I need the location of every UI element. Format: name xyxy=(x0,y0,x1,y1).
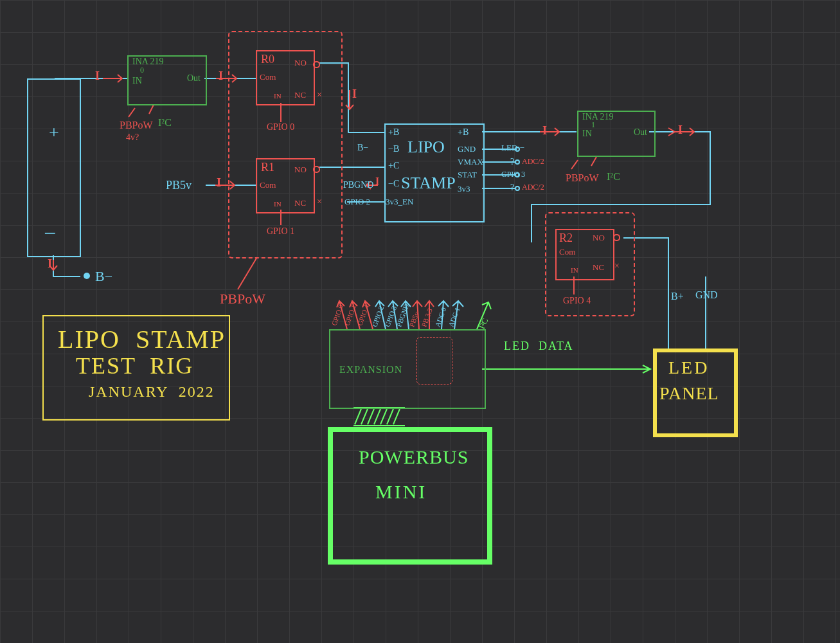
led-gnd: GND xyxy=(695,289,718,301)
lipo-r-q2: ? xyxy=(510,183,514,193)
ina1-name: INA 219 xyxy=(582,112,614,122)
r1-gpio: GPIO 1 xyxy=(267,226,294,237)
battery-b-minus: B− xyxy=(95,268,112,285)
i-label-3: I xyxy=(352,87,357,101)
r2-in: IN xyxy=(571,266,578,274)
r0-gpio: GPIO 0 xyxy=(267,122,294,132)
i-label-8: I xyxy=(678,123,683,137)
pb5v-label: PB5v xyxy=(166,179,192,192)
expansion-label: EXPANSION xyxy=(339,364,402,376)
lipo-mC: −C xyxy=(388,179,399,189)
lipo-name2: STAMP xyxy=(401,174,456,193)
pbgnd-label: PBGND xyxy=(343,180,373,190)
title-date: JANUARY 2022 xyxy=(89,383,215,401)
r2-no: NO xyxy=(593,233,605,243)
i-label-5: I xyxy=(375,176,379,187)
lipo-gpio2-out: GPIO 2 xyxy=(344,197,370,207)
led-name2: PANEL xyxy=(659,383,719,404)
r0-no: NO xyxy=(294,58,307,68)
i-label-7: I xyxy=(542,124,547,138)
ina0-pbpow: PBPoW xyxy=(120,120,153,131)
r2-gpio: GPIO 4 xyxy=(563,296,591,306)
b-minus-node xyxy=(84,273,90,279)
r0-x: × xyxy=(317,90,322,100)
r2-name: R2 xyxy=(559,231,573,245)
ina0-addr: 0 xyxy=(140,66,144,75)
led-name1: LED xyxy=(668,358,709,378)
ina1-i2c: I²C xyxy=(607,171,620,183)
r0-name: R0 xyxy=(261,53,274,66)
r1-nc: NC xyxy=(294,198,306,208)
ina1-pbpow: PBPoW xyxy=(566,172,599,184)
lipo-mB: −B xyxy=(388,144,399,154)
ina0-in: IN xyxy=(132,76,142,86)
r1-x: × xyxy=(317,197,322,207)
led-data: LED DATA xyxy=(504,340,574,353)
ina0-name: INA 219 xyxy=(132,57,164,67)
r2-com: Com xyxy=(559,247,575,257)
lipo-r-3v3: 3v3 xyxy=(458,184,470,194)
lipo-r-gpio3: GPIO 3 xyxy=(501,170,525,179)
r0-in: IN xyxy=(274,92,281,100)
lipo-pB: +B xyxy=(388,127,399,138)
r0-nc: NC xyxy=(294,90,306,100)
lipo-r-stat: STAT xyxy=(458,170,477,180)
title-line2: TEST RIG xyxy=(76,352,193,379)
title-line1: LIPO STAMP xyxy=(58,324,226,354)
i-label-1: I xyxy=(95,69,100,83)
lipo-en: 3v3_EN xyxy=(386,197,413,207)
lipo-bm-out: B− xyxy=(357,143,368,153)
i-label-4: I xyxy=(217,176,221,190)
lipo-r-gnd: GND xyxy=(458,144,476,154)
r0-com: Com xyxy=(260,72,276,82)
powerbus-name1: POWERBUS xyxy=(359,446,469,468)
lipo-r-led: LED − xyxy=(501,143,524,153)
r0-no-term xyxy=(313,61,320,68)
r1-in: IN xyxy=(274,200,281,208)
ina0-out: Out xyxy=(187,73,201,84)
ina1-in: IN xyxy=(582,129,592,139)
led-bplus: B+ xyxy=(671,291,684,302)
r2-no-term xyxy=(613,234,620,241)
i-label-6: I xyxy=(48,257,52,271)
r1-no-term xyxy=(313,166,320,173)
r1-name: R1 xyxy=(261,161,274,174)
lipo-r-vmax: VMAX xyxy=(458,157,483,167)
lipo-name1: LIPO xyxy=(407,138,445,157)
powerbus-name2: MINI xyxy=(375,481,427,503)
battery-plus: + xyxy=(49,122,59,143)
expansion-snippet xyxy=(416,337,452,385)
r2-x: × xyxy=(614,261,620,271)
lipo-r-adc1: ADC/2 xyxy=(522,157,544,167)
r1-com: Com xyxy=(260,180,276,190)
lipo-pC: +C xyxy=(388,161,399,171)
lipo-r-adc2: ADC/2 xyxy=(522,183,544,192)
ina1-addr: 1 xyxy=(591,120,595,130)
ina0-4v: 4v? xyxy=(126,132,139,143)
lipo-r-q1: ? xyxy=(510,157,514,167)
r2-nc: NC xyxy=(593,262,604,273)
ina0-i2c: I²C xyxy=(158,117,172,129)
i-label-2: I xyxy=(219,69,223,83)
pbpow-label: PBPoW xyxy=(220,291,265,307)
r1-no: NO xyxy=(294,165,307,175)
ina1-out: Out xyxy=(634,127,647,138)
lipo-r-pB: +B xyxy=(458,127,469,138)
battery-minus: − xyxy=(44,221,56,246)
